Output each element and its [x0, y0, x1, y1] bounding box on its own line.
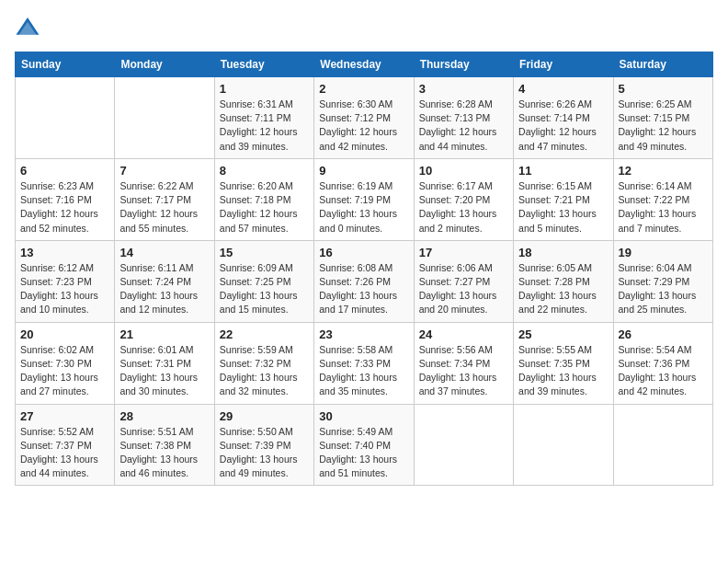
- calendar-cell: 3Sunrise: 6:28 AM Sunset: 7:13 PM Daylig…: [414, 77, 513, 159]
- calendar-cell: [613, 404, 712, 486]
- calendar-body: 1Sunrise: 6:31 AM Sunset: 7:11 PM Daylig…: [16, 77, 713, 486]
- calendar-cell: 19Sunrise: 6:04 AM Sunset: 7:29 PM Dayli…: [613, 240, 712, 322]
- calendar-week-1: 1Sunrise: 6:31 AM Sunset: 7:11 PM Daylig…: [16, 77, 713, 159]
- day-number: 21: [119, 327, 209, 341]
- day-detail: Sunrise: 6:04 AM Sunset: 7:29 PM Dayligh…: [619, 261, 708, 317]
- day-number: 14: [119, 246, 209, 259]
- header-cell-tuesday: Tuesday: [214, 52, 313, 77]
- day-detail: Sunrise: 6:23 AM Sunset: 7:16 PM Dayligh…: [20, 179, 109, 236]
- day-detail: Sunrise: 6:28 AM Sunset: 7:13 PM Dayligh…: [419, 98, 508, 154]
- day-detail: Sunrise: 6:11 AM Sunset: 7:24 PM Dayligh…: [119, 261, 209, 317]
- calendar-cell: 11Sunrise: 6:15 AM Sunset: 7:21 PM Dayli…: [514, 158, 613, 240]
- day-number: 10: [419, 164, 508, 178]
- calendar-cell: 16Sunrise: 6:08 AM Sunset: 7:26 PM Dayli…: [314, 240, 414, 322]
- day-number: 30: [319, 409, 408, 423]
- calendar-cell: 4Sunrise: 6:26 AM Sunset: 7:14 PM Daylig…: [514, 77, 613, 159]
- header-cell-sunday: Sunday: [16, 52, 115, 77]
- day-detail: Sunrise: 5:49 AM Sunset: 7:40 PM Dayligh…: [319, 425, 408, 481]
- day-number: 29: [220, 409, 309, 423]
- calendar-table: SundayMondayTuesdayWednesdayThursdayFrid…: [15, 52, 713, 486]
- day-number: 24: [419, 327, 508, 341]
- calendar-cell: 15Sunrise: 6:09 AM Sunset: 7:25 PM Dayli…: [214, 240, 313, 322]
- day-number: 22: [220, 327, 309, 341]
- day-detail: Sunrise: 6:15 AM Sunset: 7:21 PM Dayligh…: [518, 179, 608, 236]
- day-number: 17: [419, 246, 508, 259]
- day-detail: Sunrise: 6:08 AM Sunset: 7:26 PM Dayligh…: [319, 261, 408, 317]
- day-number: 1: [220, 82, 309, 96]
- day-detail: Sunrise: 6:31 AM Sunset: 7:11 PM Dayligh…: [220, 98, 309, 154]
- day-detail: Sunrise: 6:26 AM Sunset: 7:14 PM Dayligh…: [518, 98, 608, 154]
- day-number: 13: [20, 246, 109, 259]
- day-detail: Sunrise: 6:05 AM Sunset: 7:28 PM Dayligh…: [518, 261, 608, 317]
- calendar-cell: 29Sunrise: 5:50 AM Sunset: 7:39 PM Dayli…: [214, 404, 313, 486]
- day-number: 15: [220, 246, 309, 259]
- day-number: 18: [518, 246, 608, 259]
- calendar-cell: 27Sunrise: 5:52 AM Sunset: 7:37 PM Dayli…: [16, 404, 115, 486]
- calendar-cell: [115, 77, 214, 159]
- day-detail: Sunrise: 6:20 AM Sunset: 7:18 PM Dayligh…: [220, 179, 309, 236]
- calendar-cell: 1Sunrise: 6:31 AM Sunset: 7:11 PM Daylig…: [214, 77, 313, 159]
- day-detail: Sunrise: 5:55 AM Sunset: 7:35 PM Dayligh…: [518, 343, 608, 399]
- day-detail: Sunrise: 5:50 AM Sunset: 7:39 PM Dayligh…: [220, 425, 309, 481]
- calendar-cell: 7Sunrise: 6:22 AM Sunset: 7:17 PM Daylig…: [115, 158, 214, 240]
- day-number: 7: [119, 164, 209, 178]
- calendar-cell: 6Sunrise: 6:23 AM Sunset: 7:16 PM Daylig…: [16, 158, 115, 240]
- day-number: 28: [119, 409, 209, 423]
- day-number: 6: [20, 164, 109, 178]
- header-cell-saturday: Saturday: [613, 52, 712, 77]
- day-number: 2: [319, 82, 408, 96]
- header-cell-monday: Monday: [115, 52, 214, 77]
- calendar-header: SundayMondayTuesdayWednesdayThursdayFrid…: [16, 52, 713, 77]
- calendar-cell: 18Sunrise: 6:05 AM Sunset: 7:28 PM Dayli…: [514, 240, 613, 322]
- calendar-cell: 14Sunrise: 6:11 AM Sunset: 7:24 PM Dayli…: [115, 240, 214, 322]
- calendar-cell: 25Sunrise: 5:55 AM Sunset: 7:35 PM Dayli…: [514, 322, 613, 404]
- day-number: 26: [619, 327, 708, 341]
- calendar-week-4: 20Sunrise: 6:02 AM Sunset: 7:30 PM Dayli…: [16, 322, 713, 404]
- day-detail: Sunrise: 6:19 AM Sunset: 7:19 PM Dayligh…: [319, 179, 408, 236]
- calendar-cell: 17Sunrise: 6:06 AM Sunset: 7:27 PM Dayli…: [414, 240, 513, 322]
- calendar-cell: 21Sunrise: 6:01 AM Sunset: 7:31 PM Dayli…: [115, 322, 214, 404]
- logo-icon: [15, 15, 40, 40]
- day-detail: Sunrise: 5:51 AM Sunset: 7:38 PM Dayligh…: [119, 425, 209, 481]
- day-number: 20: [20, 327, 109, 341]
- calendar-week-2: 6Sunrise: 6:23 AM Sunset: 7:16 PM Daylig…: [16, 158, 713, 240]
- page-header: [15, 15, 713, 40]
- calendar-cell: 10Sunrise: 6:17 AM Sunset: 7:20 PM Dayli…: [414, 158, 513, 240]
- day-detail: Sunrise: 6:25 AM Sunset: 7:15 PM Dayligh…: [619, 98, 708, 154]
- header-row: SundayMondayTuesdayWednesdayThursdayFrid…: [16, 52, 713, 77]
- day-number: 12: [619, 164, 708, 178]
- day-detail: Sunrise: 6:09 AM Sunset: 7:25 PM Dayligh…: [220, 261, 309, 317]
- day-detail: Sunrise: 5:56 AM Sunset: 7:34 PM Dayligh…: [419, 343, 508, 399]
- calendar-cell: 2Sunrise: 6:30 AM Sunset: 7:12 PM Daylig…: [314, 77, 414, 159]
- calendar-cell: 22Sunrise: 5:59 AM Sunset: 7:32 PM Dayli…: [214, 322, 313, 404]
- day-number: 27: [20, 409, 109, 423]
- calendar-cell: [414, 404, 513, 486]
- calendar-cell: 8Sunrise: 6:20 AM Sunset: 7:18 PM Daylig…: [214, 158, 313, 240]
- day-number: 3: [419, 82, 508, 96]
- day-detail: Sunrise: 6:22 AM Sunset: 7:17 PM Dayligh…: [119, 179, 209, 236]
- day-detail: Sunrise: 6:17 AM Sunset: 7:20 PM Dayligh…: [419, 179, 508, 236]
- day-number: 5: [619, 82, 708, 96]
- day-number: 19: [619, 246, 708, 259]
- calendar-cell: 12Sunrise: 6:14 AM Sunset: 7:22 PM Dayli…: [613, 158, 712, 240]
- calendar-cell: [514, 404, 613, 486]
- calendar-cell: 24Sunrise: 5:56 AM Sunset: 7:34 PM Dayli…: [414, 322, 513, 404]
- calendar-cell: 28Sunrise: 5:51 AM Sunset: 7:38 PM Dayli…: [115, 404, 214, 486]
- day-number: 8: [220, 164, 309, 178]
- day-number: 23: [319, 327, 408, 341]
- day-number: 4: [518, 82, 608, 96]
- calendar-cell: 26Sunrise: 5:54 AM Sunset: 7:36 PM Dayli…: [613, 322, 712, 404]
- calendar-cell: 9Sunrise: 6:19 AM Sunset: 7:19 PM Daylig…: [314, 158, 414, 240]
- day-detail: Sunrise: 5:54 AM Sunset: 7:36 PM Dayligh…: [619, 343, 708, 399]
- calendar-cell: 30Sunrise: 5:49 AM Sunset: 7:40 PM Dayli…: [314, 404, 414, 486]
- header-cell-wednesday: Wednesday: [314, 52, 414, 77]
- header-cell-friday: Friday: [514, 52, 613, 77]
- day-number: 25: [518, 327, 608, 341]
- calendar-cell: 13Sunrise: 6:12 AM Sunset: 7:23 PM Dayli…: [16, 240, 115, 322]
- day-detail: Sunrise: 6:30 AM Sunset: 7:12 PM Dayligh…: [319, 98, 408, 154]
- day-detail: Sunrise: 6:12 AM Sunset: 7:23 PM Dayligh…: [20, 261, 109, 317]
- header-cell-thursday: Thursday: [414, 52, 513, 77]
- day-detail: Sunrise: 5:59 AM Sunset: 7:32 PM Dayligh…: [220, 343, 309, 399]
- logo: [15, 15, 44, 40]
- day-detail: Sunrise: 6:01 AM Sunset: 7:31 PM Dayligh…: [119, 343, 209, 399]
